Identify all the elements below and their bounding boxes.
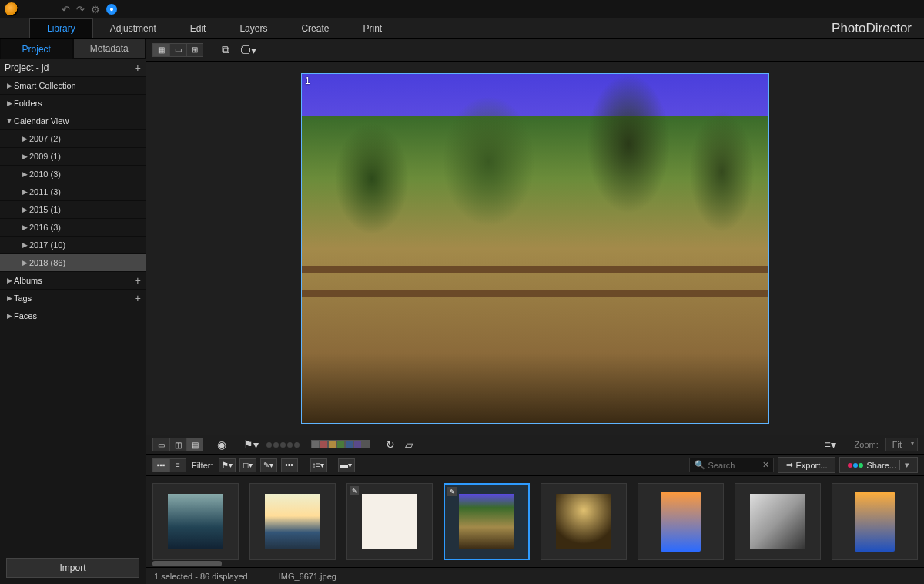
sidetab-project[interactable]: Project (0, 39, 73, 59)
app-logo (5, 2, 18, 16)
rotate-icon[interactable]: ↻ (383, 438, 398, 451)
preview-image[interactable]: 1 (301, 73, 769, 424)
menubar: LibraryAdjustmentEditLayersCreatePrint P… (0, 18, 924, 39)
tree-item[interactable]: ▶2010 (3) (0, 165, 146, 183)
notification-icon[interactable]: ● (106, 4, 117, 15)
thumbnail[interactable] (638, 483, 724, 560)
menu-layers[interactable]: Layers (223, 18, 284, 38)
display-icon[interactable]: 🖵▾ (237, 43, 259, 57)
filmstrip[interactable]: ✎✎ (146, 476, 924, 567)
image-index: 1 (305, 76, 310, 86)
thumb-size-1[interactable]: ▪▪▪ (152, 458, 169, 472)
tree-section[interactable]: ▼Calendar View (0, 112, 146, 129)
view-grid-icon[interactable]: ⊞ (186, 43, 203, 57)
filter-rating[interactable]: ••• (281, 458, 298, 472)
add-icon[interactable]: + (135, 62, 141, 74)
edit-badge-icon: ✎ (350, 486, 359, 495)
menu-adjustment[interactable]: Adjustment (93, 18, 173, 38)
rating-dots[interactable] (266, 440, 300, 449)
scrollbar-thumb[interactable] (152, 561, 222, 566)
thumbnail[interactable] (152, 483, 239, 560)
tree-item[interactable]: ▶2009 (1) (0, 147, 146, 165)
statusbar: 1 selected - 86 displayed IMG_6671.jpeg (146, 567, 924, 584)
edit-badge-icon: ✎ (447, 487, 457, 496)
flag-icon[interactable]: ⚑▾ (240, 438, 262, 451)
selection-status: 1 selected - 86 displayed (154, 572, 248, 581)
project-header[interactable]: Project - jd + (0, 59, 146, 76)
undo-icon[interactable]: ↶ (62, 4, 70, 15)
rating-toolbar: ▭ ◫ ▤ ◉ ⚑▾ ↻ ▱ ≡▾ Zoom: Fit (146, 435, 924, 455)
export-button[interactable]: ➡ Export... (778, 457, 836, 473)
menu-edit[interactable]: Edit (173, 18, 223, 38)
thumbnail[interactable] (735, 483, 821, 560)
thumbnail[interactable] (832, 483, 918, 560)
content-area: ▦ ▭ ⊞ ⧉ 🖵▾ 1 ▭ ◫ ▤ ◉ ⚑▾ (146, 39, 924, 584)
layout-1-icon[interactable]: ▭ (152, 438, 169, 451)
search-icon: 🔍 (695, 460, 705, 470)
tree-item[interactable]: ▶2015 (1) (0, 200, 146, 218)
thumbnail[interactable] (541, 483, 627, 560)
tree-section[interactable]: ▶Folders (0, 94, 146, 112)
tree-section[interactable]: ▶Tags+ (0, 289, 146, 307)
redo-icon[interactable]: ↷ (76, 4, 85, 15)
zoom-label: Zoom: (855, 440, 879, 449)
view-single-icon[interactable]: ▭ (169, 43, 186, 57)
tree-item[interactable]: ▶2007 (2) (0, 129, 146, 147)
crop-icon[interactable]: ▱ (402, 438, 417, 451)
menu-print[interactable]: Print (346, 18, 399, 38)
titlebar: ↶ ↷ ⚙ ● (0, 0, 924, 18)
search-box[interactable]: 🔍 ✕ (689, 458, 774, 472)
filename-status: IMG_6671.jpeg (279, 572, 336, 581)
layout-2-icon[interactable]: ◫ (169, 438, 186, 451)
import-button[interactable]: Import (6, 558, 139, 578)
tree-section[interactable]: ▶Smart Collection (0, 76, 146, 94)
layout-3-icon[interactable]: ▤ (186, 438, 203, 451)
sort-order[interactable]: ↕≡▾ (310, 458, 327, 472)
filter-toolbar: ▪▪▪ ≡ Filter: ⚑▾ ◻▾ ✎▾ ••• ↕≡▾ ▬▾ 🔍 ✕ ➡ … (146, 455, 924, 476)
menu-create[interactable]: Create (284, 18, 346, 38)
tree-section[interactable]: ▶Faces (0, 307, 146, 324)
tree-item[interactable]: ▶2018 (86) (0, 253, 146, 271)
tree-item[interactable]: ▶2017 (10) (0, 236, 146, 253)
share-button[interactable]: Share... ▾ (839, 457, 918, 473)
thumb-size-2[interactable]: ≡ (169, 458, 186, 472)
filter-flag[interactable]: ⚑▾ (219, 458, 236, 472)
app-brand: PhotoDirector (832, 21, 924, 36)
tree-item[interactable]: ▶2016 (3) (0, 218, 146, 236)
view-toolbar: ▦ ▭ ⊞ ⧉ 🖵▾ (146, 39, 924, 62)
project-tree: Project - jd + ▶Smart Collection▶Folders… (0, 59, 146, 552)
menu-library[interactable]: Library (29, 18, 93, 38)
share-icon (848, 463, 863, 468)
gear-icon[interactable]: ⚙ (91, 4, 100, 15)
sidetab-metadata[interactable]: Metadata (73, 39, 146, 59)
zoom-select[interactable]: Fit (886, 438, 918, 451)
color-labels[interactable] (311, 440, 370, 450)
tree-section[interactable]: ▶Albums+ (0, 271, 146, 289)
search-input[interactable] (708, 461, 762, 470)
add-icon[interactable]: + (135, 292, 141, 304)
export-icon: ➡ (786, 460, 793, 470)
filter-label-btn[interactable]: ◻▾ (239, 458, 256, 472)
sidebar: ProjectMetadata Project - jd + ▶Smart Co… (0, 39, 146, 584)
tree-item[interactable]: ▶2011 (3) (0, 183, 146, 200)
filter-edit[interactable]: ✎▾ (260, 458, 277, 472)
stack-icon[interactable]: ▬▾ (338, 458, 355, 472)
compare-icon[interactable]: ⧉ (219, 43, 233, 57)
view-browser-icon[interactable]: ▦ (152, 43, 169, 57)
add-icon[interactable]: + (135, 274, 141, 287)
preview-stage[interactable]: 1 (146, 62, 924, 435)
sort-icon[interactable]: ≡▾ (821, 438, 839, 451)
thumbnail[interactable] (249, 483, 336, 560)
thumbnail[interactable]: ✎ (444, 483, 530, 560)
face-tag-icon[interactable]: ◉ (214, 438, 229, 451)
thumbnail[interactable]: ✎ (346, 483, 433, 560)
filter-label: Filter: (192, 461, 213, 470)
clear-search-icon[interactable]: ✕ (762, 460, 769, 470)
